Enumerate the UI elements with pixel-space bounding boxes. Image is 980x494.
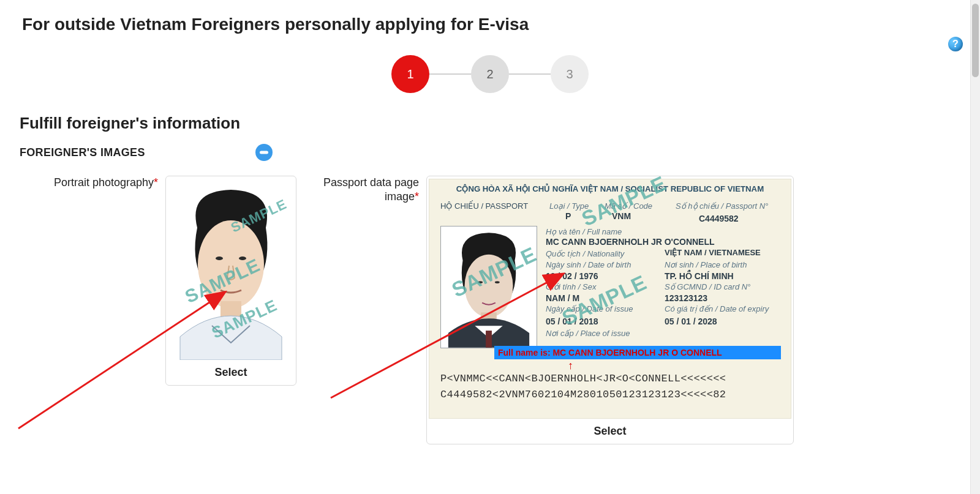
passport-field-label: Nơi sinh / Place of birth <box>665 260 747 269</box>
step-connector <box>509 73 551 75</box>
passport-field-label: Họ và tên / Full name <box>546 227 622 236</box>
fullname-highlight: Full name is: MC CANN BJOERNHOLH JR O CO… <box>494 346 781 359</box>
portrait-upload-box: SAMPLE SAMPLE SAMPLE Select <box>165 176 296 386</box>
portrait-sample-image: SAMPLE SAMPLE SAMPLE <box>168 179 294 360</box>
svg-point-6 <box>465 255 513 318</box>
page-title: For outside Vietnam Foreigners personall… <box>0 0 980 40</box>
svg-point-4 <box>239 256 246 260</box>
svg-point-1 <box>198 220 264 309</box>
svg-point-3 <box>216 256 223 260</box>
images-subheading: FOREIGNER'S IMAGES <box>20 146 145 159</box>
passport-photo <box>440 226 537 348</box>
section-heading: Fulfill foreigner's information <box>0 93 980 144</box>
help-icon[interactable]: ? <box>948 37 963 51</box>
passport-country-header: CỘNG HÒA XÃ HỘI CHỦ NGHĨA VIỆT NAM / SOC… <box>429 179 791 193</box>
step-connector <box>429 73 471 75</box>
up-arrow-icon: ↑ <box>568 359 573 372</box>
passport-dob: 10 / 02 / 1976 <box>546 271 598 281</box>
svg-rect-8 <box>486 331 492 348</box>
step-2[interactable]: 2 <box>471 55 509 93</box>
passport-doi: 05 / 01 / 2018 <box>546 316 598 326</box>
vertical-scrollbar[interactable] <box>970 0 980 494</box>
step-3[interactable]: 3 <box>551 55 589 93</box>
passport-upload-box: CỘNG HÒA XÃ HỘI CHỦ NGHĨA VIỆT NAM / SOC… <box>426 176 794 444</box>
required-mark: * <box>154 176 158 189</box>
portrait-select-button[interactable]: Select <box>168 360 293 383</box>
scrollbar-thumb[interactable] <box>972 4 979 77</box>
passport-select-button[interactable]: Select <box>429 419 791 441</box>
passport-field-label: Số GCMND / ID card N° <box>665 282 750 291</box>
passport-field-label: Quốc tịch / Nationality <box>546 249 624 258</box>
step-1[interactable]: 1 <box>391 55 429 93</box>
passport-idcard: 123123123 <box>665 293 707 303</box>
svg-point-10 <box>495 281 500 283</box>
passport-field-label: Loại / Type <box>549 201 589 211</box>
passport-pob: TP. HỒ CHÍ MINH <box>665 271 734 281</box>
passport-field-label: Số hộ chiếu / Passport N° <box>676 201 768 211</box>
required-mark: * <box>415 190 419 203</box>
passport-number: C4449582 <box>699 214 739 223</box>
passport-label: Passport data page image* <box>316 176 426 204</box>
passport-field-label: HỘ CHIẾU / PASSPORT <box>440 201 528 211</box>
passport-sample-image: CỘNG HÒA XÃ HỘI CHỦ NGHĨA VIỆT NAM / SOC… <box>429 179 791 419</box>
mrz-line-1: P<VNMMC<<CANN<BJOERNHOLH<JR<O<CONNELL<<<… <box>440 373 726 384</box>
svg-point-9 <box>478 281 483 283</box>
passport-nationality: VIỆT NAM / VIETNAMESE <box>665 248 761 257</box>
passport-field-label: Có giá trị đến / Date of expiry <box>665 304 769 313</box>
progress-stepper: 1 2 3 <box>0 55 980 93</box>
passport-field-label: Mã số / Code <box>605 201 652 211</box>
passport-code: VNM <box>612 211 631 221</box>
collapse-icon[interactable] <box>255 144 273 161</box>
passport-field-label: Ngày sinh / Date of birth <box>546 260 631 269</box>
passport-sex: NAM / M <box>546 293 579 303</box>
passport-field-label: Nơi cấp / Place of issue <box>546 329 630 338</box>
passport-doe: 05 / 01 / 2028 <box>665 316 717 326</box>
passport-field-label: Giới tính / Sex <box>546 282 596 291</box>
passport-fullname: MC CANN BJOERNHOLH JR O'CONNELL <box>546 237 715 247</box>
portrait-label: Portrait photography* <box>43 176 165 190</box>
mrz-line-2: C4449582<2VNM7602104M2801050123123123<<<… <box>440 389 726 400</box>
passport-type: P <box>565 211 571 221</box>
passport-field-label: Ngày cấp / Date of issue <box>546 304 633 313</box>
